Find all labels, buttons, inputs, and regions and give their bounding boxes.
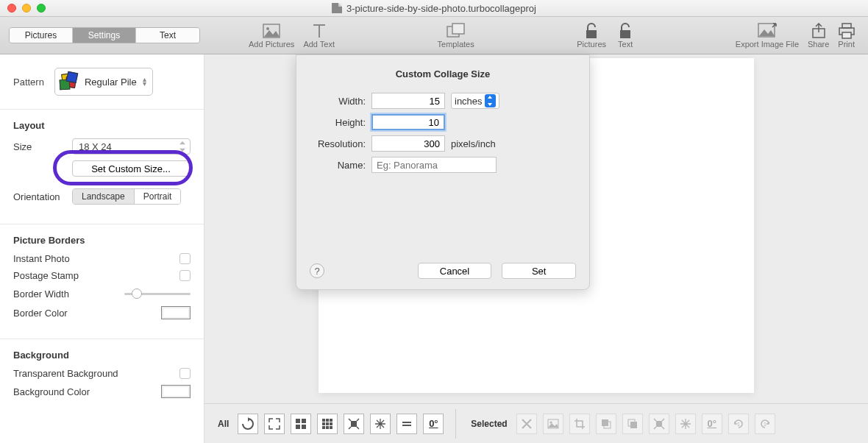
svg-rect-5 — [620, 30, 630, 38]
templates-button[interactable]: Templates — [438, 22, 474, 49]
grid-4-button[interactable] — [291, 414, 311, 434]
snowflake-button[interactable] — [370, 414, 391, 434]
print-button[interactable]: Print — [838, 22, 855, 49]
svg-rect-14 — [302, 425, 306, 429]
orientation-label: Orientation — [13, 191, 72, 202]
name-input[interactable] — [371, 157, 497, 173]
svg-rect-21 — [322, 426, 325, 429]
all-label: All — [218, 419, 229, 429]
close-icon[interactable] — [7, 4, 16, 13]
expand-selected-button[interactable] — [649, 414, 669, 434]
collage-canvas-area: Custom Collage Size Width: inches Height… — [204, 54, 868, 443]
bring-front-button[interactable] — [622, 414, 643, 434]
width-input[interactable] — [371, 93, 445, 109]
svg-rect-15 — [322, 419, 325, 422]
border-color-label: Border Color — [13, 308, 161, 319]
main-toolbar: Pictures Settings Text Add Pictures Add … — [0, 16, 868, 54]
picture-borders-header: Picture Borders — [13, 235, 191, 246]
tab-text[interactable]: Text — [136, 28, 199, 43]
zero-selected-button[interactable]: 0° — [702, 414, 722, 434]
tab-pictures[interactable]: Pictures — [10, 28, 73, 43]
border-width-slider[interactable] — [124, 287, 191, 300]
add-pictures-button[interactable]: Add Pictures — [249, 22, 294, 49]
svg-rect-17 — [330, 419, 332, 422]
tab-settings[interactable]: Settings — [73, 28, 136, 43]
dialog-title: Custom Collage Size — [310, 68, 576, 79]
portrait-option[interactable]: Portrait — [135, 189, 181, 204]
add-text-button[interactable]: Add Text — [303, 22, 335, 49]
share-button[interactable]: Share — [808, 22, 829, 49]
transparent-bg-checkbox[interactable] — [179, 368, 191, 379]
height-input[interactable] — [371, 114, 445, 130]
panel-tabs: Pictures Settings Text — [9, 27, 200, 43]
postage-stamp-checkbox[interactable] — [179, 270, 191, 281]
cancel-button[interactable]: Cancel — [418, 263, 492, 279]
crop-button[interactable] — [569, 414, 590, 434]
set-button[interactable]: Set — [502, 263, 576, 279]
regular-pile-icon — [58, 71, 79, 92]
postage-stamp-label: Postage Stamp — [13, 270, 179, 281]
instant-photo-checkbox[interactable] — [179, 253, 191, 264]
rotate-cw-button[interactable]: 1 — [755, 414, 775, 434]
border-width-label: Border Width — [13, 288, 124, 300]
resolution-input[interactable] — [371, 135, 445, 152]
set-custom-size-button[interactable]: Set Custom Size... — [72, 160, 190, 177]
expand-button[interactable] — [344, 414, 364, 434]
svg-rect-31 — [656, 421, 662, 427]
bg-color-label: Background Color — [13, 386, 161, 397]
selected-label: Selected — [471, 419, 507, 429]
resolution-label: Resolution: — [310, 138, 366, 149]
bg-color-swatch[interactable] — [161, 385, 191, 398]
svg-rect-13 — [296, 425, 300, 429]
unit-select[interactable]: inches — [451, 93, 499, 109]
width-label: Width: — [310, 96, 366, 107]
help-button[interactable]: ? — [310, 263, 324, 278]
settings-sidebar: Pattern Regular Pile ▴▾ Layout Size 18 X… — [0, 54, 204, 443]
svg-rect-30 — [630, 422, 637, 428]
transparent-bg-label: Transparent Background — [13, 368, 179, 379]
svg-text:1: 1 — [764, 422, 766, 427]
size-select[interactable]: 18 X 24 — [72, 138, 191, 155]
file-icon — [332, 3, 342, 13]
export-button[interactable]: Export Image File — [736, 22, 799, 49]
resolution-unit: pixels/inch — [451, 138, 496, 149]
bottom-toolbar: All 0° Selected 0° 1 1 — [204, 403, 868, 443]
shuffle-button[interactable] — [238, 414, 258, 434]
svg-rect-8 — [842, 24, 851, 28]
svg-rect-3 — [452, 24, 464, 34]
rotate-ccw-button[interactable]: 1 — [728, 414, 749, 434]
svg-rect-16 — [326, 419, 329, 422]
svg-rect-23 — [330, 426, 332, 429]
window-title: 3-picture-side-by-side-photo.turbocollag… — [346, 3, 536, 14]
zoom-icon[interactable] — [37, 4, 46, 13]
replace-image-button[interactable] — [543, 414, 563, 434]
svg-rect-19 — [326, 422, 329, 425]
border-color-swatch[interactable] — [161, 306, 191, 319]
fit-all-button[interactable] — [264, 414, 285, 434]
landscape-option[interactable]: Landscape — [73, 189, 135, 204]
pattern-label: Pattern — [13, 77, 44, 88]
svg-text:1: 1 — [737, 422, 740, 427]
delete-button[interactable] — [516, 414, 537, 434]
instant-photo-label: Instant Photo — [13, 253, 179, 264]
svg-rect-27 — [602, 419, 608, 426]
lock-pictures-button[interactable]: Pictures — [577, 22, 606, 49]
svg-rect-24 — [351, 421, 357, 427]
pattern-select[interactable]: Regular Pile ▴▾ — [54, 68, 153, 96]
traffic-lights — [0, 4, 46, 13]
svg-rect-18 — [322, 422, 325, 425]
custom-size-dialog: Custom Collage Size Width: inches Height… — [296, 54, 590, 290]
minimize-icon[interactable] — [22, 4, 31, 13]
orientation-segment: Landscape Portrait — [72, 188, 181, 205]
background-header: Background — [13, 350, 191, 361]
svg-rect-4 — [586, 30, 597, 38]
lock-text-button[interactable]: Text — [618, 22, 633, 49]
send-back-button[interactable] — [596, 414, 616, 434]
size-label: Size — [13, 141, 72, 152]
svg-rect-20 — [330, 422, 332, 425]
freeze-selected-button[interactable] — [675, 414, 696, 434]
equal-button[interactable] — [396, 414, 417, 434]
zero-degree-button[interactable]: 0° — [423, 414, 444, 434]
svg-rect-12 — [302, 419, 306, 423]
grid-9-button[interactable] — [317, 414, 338, 434]
